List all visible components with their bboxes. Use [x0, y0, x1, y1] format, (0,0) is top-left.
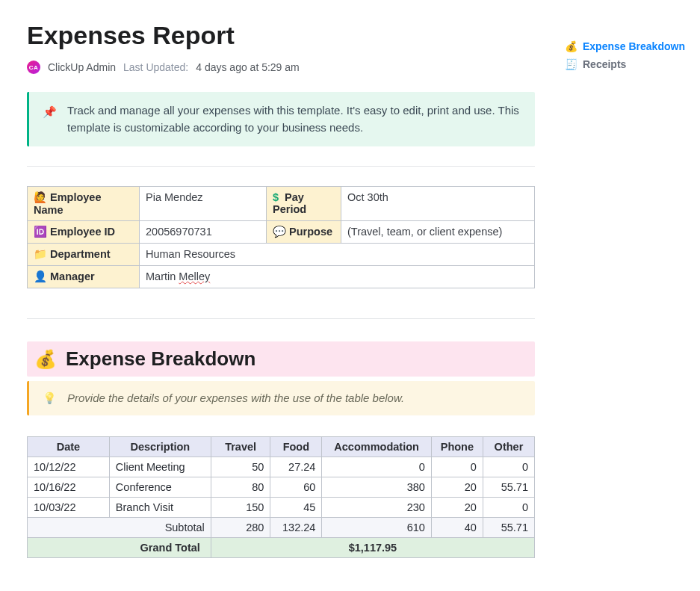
divider — [27, 166, 535, 167]
expense-header-row: Date Description Travel Food Accommodati… — [28, 437, 535, 457]
cell-phone[interactable]: 0 — [431, 457, 483, 477]
cell-phone[interactable]: 20 — [431, 498, 483, 518]
breakdown-hint-text: Provide the details of your expenses wit… — [67, 392, 404, 405]
cell-other[interactable]: 0 — [483, 457, 534, 477]
pin-icon: 📌 — [43, 104, 57, 136]
cell-acc[interactable]: 380 — [322, 477, 431, 498]
cell-desc[interactable]: Conference — [109, 477, 211, 498]
cell-travel[interactable]: 150 — [211, 498, 270, 518]
cell-desc[interactable]: Branch Visit — [109, 498, 211, 518]
grand-total-value: $1,117.95 — [211, 538, 534, 558]
cell-food[interactable]: 45 — [270, 498, 322, 518]
subtotal-food: 132.24 — [270, 518, 322, 538]
cell-food[interactable]: 60 — [270, 477, 322, 498]
cell-desc[interactable]: Client Meeting — [109, 457, 211, 477]
col-phone: Phone — [431, 437, 483, 457]
cell-other[interactable]: 55.71 — [483, 477, 534, 498]
purpose-label: 💬Purpose — [267, 221, 341, 244]
table-row[interactable]: 10/16/22Conference80603802055.71 — [28, 477, 535, 498]
chat-icon: 💬 — [273, 226, 286, 238]
money-bag-icon: 💰 — [34, 349, 57, 370]
outline-item-label: Receipts — [583, 58, 626, 70]
col-acc: Accommodation — [322, 437, 431, 457]
outline-item-label: Expense Breakdown — [583, 40, 685, 52]
person-icon: 🙋 — [34, 191, 47, 203]
employee-name-value[interactable]: Pia Mendez — [140, 187, 267, 221]
cell-phone[interactable]: 20 — [431, 477, 483, 498]
intro-callout-text: Track and manage all your expenses with … — [67, 102, 521, 136]
author-name: ClickUp Admin — [48, 61, 116, 73]
expense-breakdown-heading: 💰 Expense Breakdown — [27, 341, 535, 377]
expense-breakdown-title: Expense Breakdown — [66, 347, 255, 371]
subtotal-label: Subtotal — [28, 518, 211, 538]
department-value[interactable]: Human Resources — [140, 244, 535, 266]
cell-date[interactable]: 10/16/22 — [28, 477, 110, 498]
receipt-icon: 🧾 — [565, 58, 577, 70]
manager-label: 👤Manager — [28, 266, 140, 288]
money-bag-icon: 💰 — [565, 40, 577, 52]
col-travel: Travel — [211, 437, 270, 457]
page-meta: CA ClickUp Admin Last Updated: 4 days ag… — [27, 61, 535, 74]
updated-label: Last Updated: — [123, 61, 188, 73]
subtotal-other: 55.71 — [483, 518, 534, 538]
page-title: Expenses Report — [27, 21, 535, 50]
col-other: Other — [483, 437, 534, 457]
cell-acc[interactable]: 0 — [322, 457, 431, 477]
cell-other[interactable]: 0 — [483, 498, 534, 518]
manager-value[interactable]: Martin Melley — [140, 266, 535, 288]
pay-period-label: $ Pay Period — [267, 187, 341, 221]
col-food: Food — [270, 437, 322, 457]
col-desc: Description — [109, 437, 211, 457]
employee-name-label: 🙋Employee Name — [28, 187, 140, 221]
folder-icon: 📁 — [34, 248, 47, 260]
dollar-icon: $ — [273, 191, 279, 203]
updated-value: 4 days ago at 5:29 am — [196, 61, 300, 73]
subtotal-phone: 40 — [431, 518, 483, 538]
cell-travel[interactable]: 50 — [211, 457, 270, 477]
outline-sidebar: 💰Expense Breakdown🧾Receipts — [565, 15, 699, 558]
cell-travel[interactable]: 80 — [211, 477, 270, 498]
cell-food[interactable]: 27.24 — [270, 457, 322, 477]
grand-total-row: Grand Total $1,117.95 — [28, 538, 535, 558]
purpose-value[interactable]: (Travel, team, or client expense) — [341, 221, 535, 244]
outline-item[interactable]: 🧾Receipts — [565, 55, 699, 73]
subtotal-row: Subtotal 280 132.24 610 40 55.71 — [28, 518, 535, 538]
grand-total-label: Grand Total — [28, 538, 211, 558]
author-avatar: CA — [27, 61, 40, 74]
bulb-icon: 💡 — [43, 392, 57, 405]
id-icon: 🆔 — [34, 226, 47, 238]
employee-id-value[interactable]: 20056970731 — [140, 221, 267, 244]
pay-period-value[interactable]: Oct 30th — [341, 187, 535, 221]
cell-date[interactable]: 10/12/22 — [28, 457, 110, 477]
divider — [27, 318, 535, 319]
cell-date[interactable]: 10/03/22 — [28, 498, 110, 518]
table-row[interactable]: 10/03/22Branch Visit15045230200 — [28, 498, 535, 518]
expense-table: Date Description Travel Food Accommodati… — [27, 436, 535, 558]
intro-callout: 📌 Track and manage all your expenses wit… — [27, 92, 535, 146]
cell-acc[interactable]: 230 — [322, 498, 431, 518]
col-date: Date — [28, 437, 110, 457]
outline-item[interactable]: 💰Expense Breakdown — [565, 37, 699, 55]
subtotal-acc: 610 — [322, 518, 431, 538]
manager-icon: 👤 — [34, 270, 47, 282]
table-row[interactable]: 10/12/22Client Meeting5027.24000 — [28, 457, 535, 477]
breakdown-hint-callout: 💡 Provide the details of your expenses w… — [27, 381, 535, 415]
employee-id-label: 🆔Employee ID — [28, 221, 140, 244]
subtotal-travel: 280 — [211, 518, 270, 538]
employee-meta-table: 🙋Employee Name Pia Mendez $ Pay Period O… — [27, 186, 535, 288]
department-label: 📁Department — [28, 244, 140, 266]
